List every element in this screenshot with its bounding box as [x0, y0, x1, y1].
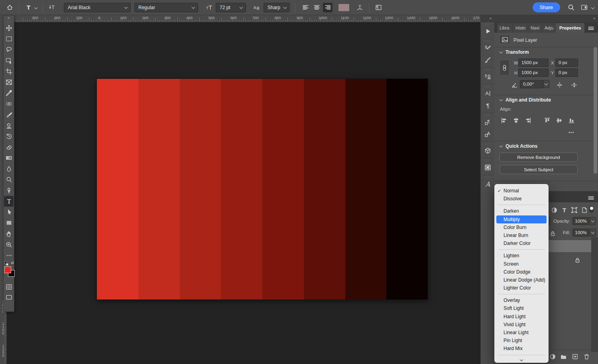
flip-vertical-icon[interactable] [570, 81, 578, 89]
font-style-select[interactable]: Regular [134, 3, 198, 12]
blend-mode-soft-light[interactable]: Soft Light [494, 304, 549, 312]
workspace-switcher-icon[interactable] [580, 4, 588, 12]
path-selection-tool[interactable] [4, 207, 14, 217]
blend-mode-linear-dodge-add-[interactable]: Linear Dodge (Add) [494, 276, 549, 284]
blend-mode-multiply[interactable]: Multiply [496, 215, 547, 223]
panel-icon-character-styles[interactable]: A [482, 128, 493, 140]
filter-smart-object-icon[interactable] [580, 206, 588, 214]
blend-mode-darker-color[interactable]: Darker Color [494, 239, 549, 247]
y-field[interactable]: 0 px [555, 68, 578, 77]
eyedropper-tool[interactable] [4, 88, 14, 98]
toolbar-expand-icon[interactable]: » [4, 16, 14, 21]
history-brush-tool[interactable] [4, 131, 14, 142]
tab-history[interactable]: Histo [513, 23, 528, 33]
spot-healing-brush-tool[interactable] [4, 98, 14, 109]
text-color-swatch[interactable] [338, 4, 349, 11]
blend-mode-screen[interactable]: Screen [494, 260, 549, 268]
panel-icon-clone-source[interactable] [482, 70, 493, 82]
blend-mode-color-burn[interactable]: Color Burn [494, 223, 549, 231]
adjustment-layer-icon[interactable] [549, 352, 557, 360]
chevron-down-icon[interactable] [34, 6, 37, 9]
fill-dropdown-icon[interactable] [590, 229, 596, 237]
rectangle-tool[interactable] [4, 217, 14, 228]
edit-toolbar[interactable] [4, 250, 14, 261]
toggle-panels-icon[interactable] [374, 4, 382, 12]
rectangular-marquee-tool[interactable] [4, 33, 14, 44]
layers-scroll-gutter[interactable] [591, 237, 598, 352]
blend-mode-linear-burn[interactable]: Linear Burn [494, 231, 549, 239]
quick-mask-icon[interactable] [4, 282, 14, 292]
align-text-right-button[interactable] [323, 3, 332, 12]
align-more-icon[interactable]: ••• [568, 130, 574, 135]
document-canvas[interactable] [97, 79, 428, 299]
blend-mode-hard-mix[interactable]: Hard Mix [494, 344, 549, 352]
align-right-edges-button[interactable] [524, 116, 532, 124]
link-dimensions-icon[interactable] [500, 60, 509, 76]
quick-actions-header[interactable]: Quick Actions [500, 143, 537, 149]
swap-colors-icon[interactable]: ⇄ [11, 261, 14, 265]
home-icon[interactable] [6, 4, 14, 12]
font-family-select[interactable]: Arial Black [64, 3, 131, 12]
type-tool-icon[interactable]: T [24, 4, 32, 12]
default-colors-icon[interactable] [4, 262, 8, 266]
hand-tool[interactable] [4, 229, 14, 239]
opacity-dropdown-icon[interactable] [590, 217, 596, 225]
tab-navigator[interactable]: Navi [528, 23, 542, 33]
panel-icon-actions[interactable] [482, 25, 493, 37]
panel-icon-paragraph[interactable]: ¶ [482, 99, 493, 111]
new-layer-icon[interactable] [571, 352, 579, 360]
panel-icon-patterns[interactable] [482, 161, 493, 173]
tab-adjustments[interactable]: Adju [542, 23, 555, 33]
flip-horizontal-icon[interactable] [555, 81, 563, 89]
zoom-tool[interactable] [4, 239, 14, 250]
blur-tool[interactable] [4, 163, 14, 174]
blend-mode-normal[interactable]: ✓Normal [494, 187, 549, 195]
angle-dropdown-icon[interactable] [543, 80, 549, 88]
align-vertical-centers-button[interactable] [555, 116, 563, 124]
fill-field[interactable]: 100% [572, 229, 589, 237]
align-text-left-button[interactable] [301, 3, 310, 12]
filter-toggle[interactable] [589, 206, 594, 213]
tab-libraries[interactable]: Libra [497, 23, 513, 33]
share-button[interactable]: Share [533, 2, 560, 12]
dodge-tool[interactable] [4, 174, 14, 185]
pen-tool[interactable] [4, 185, 14, 196]
warp-text-icon[interactable]: T [356, 4, 364, 12]
filter-type-icon[interactable]: T [560, 206, 568, 214]
x-field[interactable]: 0 px [555, 59, 578, 67]
layers-menu-icon[interactable] [587, 194, 595, 202]
panel-icon-brush-settings[interactable] [482, 42, 493, 54]
remove-background-button[interactable]: Remove Background [500, 153, 578, 162]
align-bottom-edges-button[interactable] [567, 116, 575, 124]
eraser-tool[interactable] [4, 142, 14, 153]
align-text-center-button[interactable] [312, 3, 321, 12]
select-subject-button[interactable]: Select Subject [500, 165, 578, 174]
panel-icon-glyphs[interactable]: A [482, 178, 493, 190]
blend-mode-lighter-color[interactable]: Lighter Color [494, 284, 549, 292]
panel-icon-paragraph-styles[interactable]: ¶ [482, 116, 493, 128]
tab-properties[interactable]: Properties [556, 23, 584, 33]
align-section-header[interactable]: Align and Distribute [500, 97, 551, 103]
panel-icon-brushes[interactable] [482, 54, 493, 66]
panel-menu-icon[interactable] [587, 24, 595, 32]
lock-icon[interactable] [549, 229, 557, 237]
blend-mode-darken[interactable]: Darken [494, 207, 549, 215]
panel-icon-threed[interactable] [482, 145, 493, 157]
blend-mode-hard-light[interactable]: Hard Light [494, 313, 549, 321]
height-field[interactable]: 1000 px [518, 68, 549, 77]
horizontal-ruler[interactable]: 3002001000100200300400500600700800900100… [0, 15, 480, 22]
width-field[interactable]: 1500 px [518, 59, 549, 67]
blend-mode-linear-light[interactable]: Linear Light [494, 329, 549, 337]
filter-adjustment-icon[interactable] [550, 206, 558, 214]
panel-icon-character[interactable]: A [482, 87, 493, 99]
filter-frame-icon[interactable] [570, 206, 578, 214]
crop-tool[interactable] [4, 66, 14, 77]
gradient-tool[interactable] [4, 153, 14, 163]
transform-section-header[interactable]: Transform [500, 49, 529, 55]
blend-mode-dissolve[interactable]: Dissolve [494, 195, 549, 203]
delete-layer-icon[interactable] [582, 352, 590, 360]
opacity-field[interactable]: 100% [572, 217, 589, 225]
menu-scroll-down-icon[interactable] [494, 357, 549, 364]
angle-field[interactable]: 0,00° [520, 80, 543, 88]
brush-tool[interactable] [4, 110, 14, 120]
